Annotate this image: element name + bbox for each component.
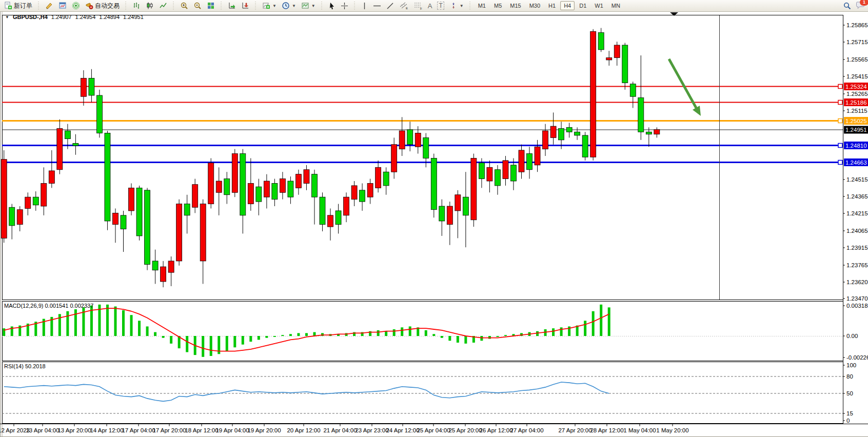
timeframe-button-W1[interactable]: W1: [591, 1, 607, 10]
hline-handle: [838, 101, 842, 105]
time-axis-label: 18 Apr 12:00: [185, 427, 218, 433]
periods-caret: ▼: [292, 4, 296, 8]
trendline-tool-button[interactable]: [384, 1, 397, 10]
tile-windows-button[interactable]: [204, 1, 218, 10]
axis-label: 50: [846, 390, 853, 396]
indicators-caret: ▼: [272, 4, 277, 8]
candlestick-chart-button[interactable]: [143, 1, 156, 10]
time-axis-label: 28 Apr 12:00: [590, 427, 623, 433]
toolbar-handle[interactable]: [469, 2, 471, 10]
cursor-icon: [328, 2, 336, 10]
one-click-trading-toggle-icon[interactable]: ▼: [5, 15, 9, 19]
new-order-label: 新订单: [14, 2, 32, 10]
horizontal-line-tool-button[interactable]: [370, 1, 384, 10]
timeframe-button-MN[interactable]: MN: [608, 1, 624, 10]
candle: [208, 158, 214, 208]
search-icon[interactable]: [843, 2, 851, 10]
svg-text:F: F: [420, 7, 422, 10]
time-axis-label: 13 Apr 04:00: [26, 427, 59, 433]
text-tool-icon: A: [428, 2, 432, 10]
price-badge-text: 1.25324: [845, 84, 867, 90]
axis-label: 1.23620: [846, 279, 868, 285]
candle: [431, 154, 437, 218]
indicators-button[interactable]: ▼: [260, 1, 279, 10]
hline-handle: [838, 144, 842, 148]
candle: [145, 188, 150, 270]
cursor-tool-button[interactable]: [326, 1, 338, 10]
fibonacci-tool-button[interactable]: F: [411, 1, 425, 10]
vertical-line-icon: [361, 2, 368, 10]
text-label-tool-icon: T: [437, 2, 444, 10]
hline-handle: [838, 119, 842, 123]
periods-button[interactable]: ▼: [279, 1, 299, 10]
zoom-out-icon: [193, 2, 202, 10]
vertical-line-tool-button[interactable]: [359, 1, 370, 10]
toolbar-handle[interactable]: [254, 2, 257, 10]
toolbar-handle[interactable]: [125, 2, 127, 10]
time-axis[interactable]: 12 Apr 202313 Apr 04:0013 Apr 20:0014 Ap…: [0, 424, 689, 433]
arrows-tool-button[interactable]: ▼: [447, 1, 466, 10]
timeframe-button-M1[interactable]: M1: [475, 1, 489, 10]
price-axis[interactable]: 1.258651.257151.255651.254151.252651.251…: [843, 22, 868, 424]
time-axis-label: 27 Apr 04:00: [510, 427, 543, 433]
candle: [471, 154, 477, 227]
autotrading-icon: [85, 2, 93, 10]
time-axis-label: 23 Apr 23:00: [355, 427, 388, 433]
chart-shift-button[interactable]: [239, 1, 252, 10]
candle: [622, 43, 628, 90]
toolbar-handle[interactable]: [353, 2, 356, 10]
text-tool-button[interactable]: A: [425, 1, 435, 10]
toolbar-handle[interactable]: [172, 2, 175, 10]
candlestick-chart-icon: [146, 2, 154, 10]
templates-button[interactable]: ▼: [299, 1, 318, 10]
svg-text:E: E: [406, 7, 408, 10]
axis-label: 1.25265: [846, 91, 868, 97]
zoom-out-button[interactable]: [191, 1, 204, 10]
time-axis-label: 17 Apr 20:00: [152, 427, 186, 433]
auto-scroll-button[interactable]: [225, 1, 239, 10]
price-badge-text: 1.24663: [845, 160, 867, 166]
text-label-tool-button[interactable]: T: [435, 1, 446, 10]
signal-icon: [72, 2, 80, 10]
chart-shift-icon: [241, 2, 249, 10]
chart-canvas[interactable]: 1.253241.251861.250251.249511.248101.246…: [0, 0, 868, 437]
axis-label: 1.25715: [846, 39, 868, 45]
axis-label: 100: [846, 362, 856, 368]
time-axis-label: 25 Apr 04:00: [417, 427, 450, 433]
timeframe-button-H1[interactable]: H1: [545, 1, 559, 10]
price-badge-text: 1.25186: [845, 100, 867, 106]
arrow-shapes-icon: [449, 2, 458, 10]
axis-label: 1.24065: [846, 228, 868, 234]
toolbar-handle[interactable]: [220, 2, 223, 10]
axis-label: 1.23470: [846, 295, 868, 302]
time-axis-label: 19 Apr 04:00: [215, 427, 249, 433]
timeframe-button-D1[interactable]: D1: [576, 1, 590, 10]
new-order-button[interactable]: 新订单: [2, 1, 35, 10]
bar-chart-icon: [132, 2, 141, 10]
ohlc-high: 1.24954: [75, 14, 96, 20]
timeframe-group: M1M5M15M30H1H4D1W1MN: [472, 0, 626, 11]
bar-chart-button[interactable]: [130, 1, 143, 10]
crosshair-tool-button[interactable]: [338, 1, 351, 10]
timeframe-button-H4[interactable]: H4: [560, 1, 575, 10]
chart-window-button[interactable]: [56, 1, 69, 10]
axis-label: 0.00: [846, 333, 858, 339]
timeframe-button-M30[interactable]: M30: [526, 1, 544, 10]
candle: [1, 150, 7, 243]
toolbar-handle[interactable]: [37, 2, 40, 10]
line-chart-icon: [159, 2, 167, 10]
indicators-icon: [262, 2, 270, 10]
line-chart-button[interactable]: [156, 1, 170, 10]
ohlc-low: 1.24894: [99, 14, 120, 20]
notifications-button[interactable]: 1: [856, 1, 865, 10]
templates-caret: ▼: [311, 4, 315, 8]
autotrading-button[interactable]: 自动交易: [83, 1, 122, 10]
zoom-in-button[interactable]: [177, 1, 191, 10]
channel-tool-button[interactable]: E: [397, 1, 411, 10]
timeframe-button-M15[interactable]: M15: [506, 1, 524, 10]
notification-badge: 1: [860, 0, 868, 6]
timeframe-button-M5[interactable]: M5: [490, 1, 505, 10]
toolbar-handle[interactable]: [321, 2, 323, 10]
profiles-button[interactable]: [43, 1, 56, 10]
data-feed-button[interactable]: [69, 1, 83, 10]
